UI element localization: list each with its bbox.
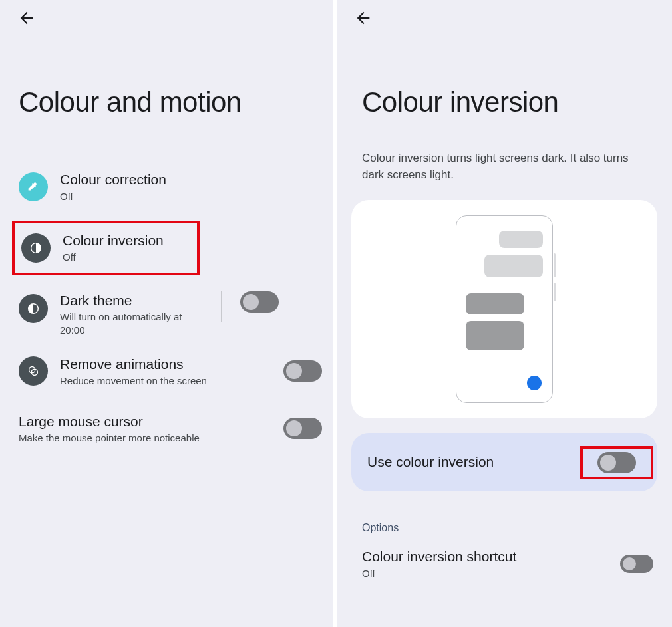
colour-inversion-status: Off: [63, 251, 190, 264]
dark-theme-toggle[interactable]: [240, 291, 279, 313]
remove-animations-sub: Reduce movement on the screen: [60, 374, 271, 388]
remove-animations-row[interactable]: Remove animations Reduce movement on the…: [0, 342, 333, 400]
options-header: Options: [362, 522, 672, 534]
preview-bubble: [484, 255, 543, 277]
preview-bubble: [466, 321, 524, 350]
colour-inversion-row[interactable]: Colour inversion Off: [15, 223, 197, 273]
colour-correction-status: Off: [60, 190, 322, 203]
preview-bubble: [499, 231, 543, 248]
shortcut-toggle[interactable]: [620, 555, 653, 573]
arrow-left-icon: [354, 9, 373, 27]
back-button[interactable]: [15, 7, 39, 31]
large-cursor-sub: Make the mouse pointer more noticeable: [19, 432, 271, 445]
colour-inversion-highlight: Colour inversion Off: [12, 221, 200, 275]
toggle-highlight: [580, 446, 653, 479]
phone-frame-icon: [456, 215, 553, 403]
animations-icon: [19, 356, 48, 386]
arrow-left-icon: [17, 9, 36, 27]
colour-and-motion-panel: Colour and motion Colour correction Off …: [0, 0, 333, 627]
shortcut-row[interactable]: Colour inversion shortcut Off: [337, 547, 672, 580]
page-title: Colour and motion: [19, 86, 333, 118]
colour-correction-row[interactable]: Colour correction Off: [0, 158, 333, 215]
colour-inversion-title: Colour inversion: [63, 231, 190, 249]
remove-animations-toggle[interactable]: [283, 360, 322, 382]
colour-correction-title: Colour correction: [60, 170, 322, 188]
eyedropper-icon: [19, 172, 48, 201]
dark-theme-status: Will turn on automatically at 20:00: [60, 311, 206, 338]
remove-animations-title: Remove animations: [60, 355, 271, 373]
description-text: Colour inversion turns light screens dar…: [337, 150, 672, 183]
use-colour-inversion-card[interactable]: Use colour inversion: [351, 433, 657, 491]
dark-theme-icon: [19, 294, 48, 323]
dark-theme-title: Dark theme: [60, 291, 206, 309]
page-title: Colour inversion: [362, 86, 672, 118]
separator: [221, 291, 222, 322]
preview-card: [351, 200, 657, 418]
preview-dot-icon: [527, 376, 542, 390]
large-cursor-title: Large mouse cursor: [19, 412, 271, 430]
preview-bubble: [466, 293, 524, 314]
contrast-icon: [21, 233, 51, 263]
large-cursor-row[interactable]: Large mouse cursor Make the mouse pointe…: [0, 400, 333, 457]
large-cursor-toggle[interactable]: [283, 418, 322, 439]
shortcut-status: Off: [362, 567, 612, 580]
dark-theme-row[interactable]: Dark theme Will turn on automatically at…: [0, 281, 333, 343]
back-button[interactable]: [351, 7, 375, 31]
shortcut-title: Colour inversion shortcut: [362, 547, 612, 565]
use-colour-inversion-toggle[interactable]: [597, 452, 636, 473]
colour-inversion-panel: Colour inversion Colour inversion turns …: [337, 0, 672, 627]
